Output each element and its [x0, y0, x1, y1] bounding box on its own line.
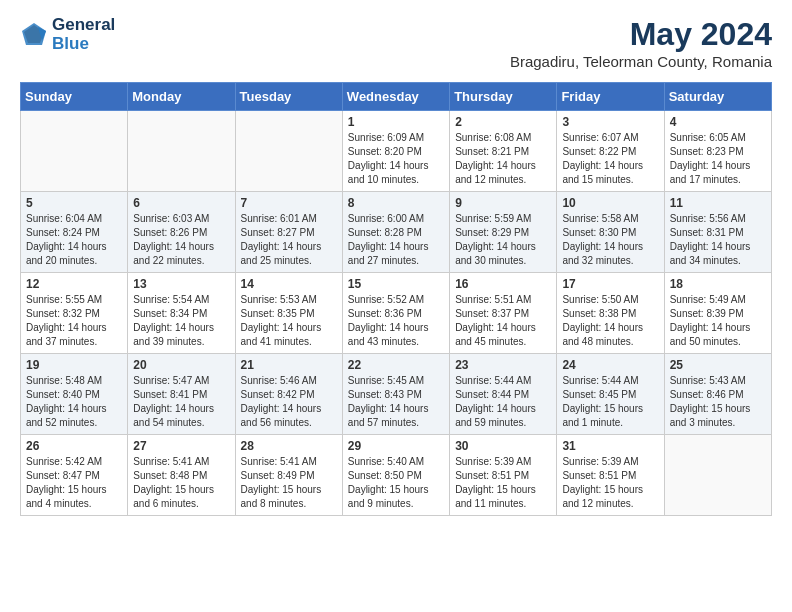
day-number: 1 — [348, 115, 444, 129]
calendar-cell: 31Sunrise: 5:39 AMSunset: 8:51 PMDayligh… — [557, 435, 664, 516]
day-number: 5 — [26, 196, 122, 210]
calendar-header-sunday: Sunday — [21, 83, 128, 111]
calendar-cell: 4Sunrise: 6:05 AMSunset: 8:23 PMDaylight… — [664, 111, 771, 192]
calendar-cell: 19Sunrise: 5:48 AMSunset: 8:40 PMDayligh… — [21, 354, 128, 435]
logo: General Blue — [20, 16, 115, 53]
day-info: Sunrise: 5:44 AMSunset: 8:44 PMDaylight:… — [455, 374, 551, 430]
calendar-cell: 18Sunrise: 5:49 AMSunset: 8:39 PMDayligh… — [664, 273, 771, 354]
calendar-table: SundayMondayTuesdayWednesdayThursdayFrid… — [20, 82, 772, 516]
calendar-cell: 26Sunrise: 5:42 AMSunset: 8:47 PMDayligh… — [21, 435, 128, 516]
day-number: 12 — [26, 277, 122, 291]
day-info: Sunrise: 5:58 AMSunset: 8:30 PMDaylight:… — [562, 212, 658, 268]
calendar-cell: 9Sunrise: 5:59 AMSunset: 8:29 PMDaylight… — [450, 192, 557, 273]
calendar-cell: 23Sunrise: 5:44 AMSunset: 8:44 PMDayligh… — [450, 354, 557, 435]
calendar-cell — [235, 111, 342, 192]
day-info: Sunrise: 6:04 AMSunset: 8:24 PMDaylight:… — [26, 212, 122, 268]
calendar-cell: 16Sunrise: 5:51 AMSunset: 8:37 PMDayligh… — [450, 273, 557, 354]
day-info: Sunrise: 6:07 AMSunset: 8:22 PMDaylight:… — [562, 131, 658, 187]
day-info: Sunrise: 5:52 AMSunset: 8:36 PMDaylight:… — [348, 293, 444, 349]
calendar-cell: 2Sunrise: 6:08 AMSunset: 8:21 PMDaylight… — [450, 111, 557, 192]
calendar-cell: 12Sunrise: 5:55 AMSunset: 8:32 PMDayligh… — [21, 273, 128, 354]
calendar-week-row: 5Sunrise: 6:04 AMSunset: 8:24 PMDaylight… — [21, 192, 772, 273]
calendar-cell: 3Sunrise: 6:07 AMSunset: 8:22 PMDaylight… — [557, 111, 664, 192]
day-info: Sunrise: 5:45 AMSunset: 8:43 PMDaylight:… — [348, 374, 444, 430]
calendar-cell: 20Sunrise: 5:47 AMSunset: 8:41 PMDayligh… — [128, 354, 235, 435]
title-section: May 2024 Bragadiru, Teleorman County, Ro… — [510, 16, 772, 70]
calendar-cell: 13Sunrise: 5:54 AMSunset: 8:34 PMDayligh… — [128, 273, 235, 354]
day-number: 30 — [455, 439, 551, 453]
page-header: General Blue May 2024 Bragadiru, Teleorm… — [20, 16, 772, 70]
day-number: 21 — [241, 358, 337, 372]
day-number: 10 — [562, 196, 658, 210]
calendar-cell — [664, 435, 771, 516]
calendar-cell: 17Sunrise: 5:50 AMSunset: 8:38 PMDayligh… — [557, 273, 664, 354]
day-info: Sunrise: 5:41 AMSunset: 8:49 PMDaylight:… — [241, 455, 337, 511]
calendar-cell: 24Sunrise: 5:44 AMSunset: 8:45 PMDayligh… — [557, 354, 664, 435]
day-number: 16 — [455, 277, 551, 291]
calendar-cell: 7Sunrise: 6:01 AMSunset: 8:27 PMDaylight… — [235, 192, 342, 273]
day-number: 31 — [562, 439, 658, 453]
day-number: 26 — [26, 439, 122, 453]
day-number: 11 — [670, 196, 766, 210]
calendar-cell: 30Sunrise: 5:39 AMSunset: 8:51 PMDayligh… — [450, 435, 557, 516]
calendar-cell: 29Sunrise: 5:40 AMSunset: 8:50 PMDayligh… — [342, 435, 449, 516]
day-number: 25 — [670, 358, 766, 372]
day-info: Sunrise: 6:08 AMSunset: 8:21 PMDaylight:… — [455, 131, 551, 187]
logo-icon — [20, 21, 48, 49]
day-number: 17 — [562, 277, 658, 291]
day-number: 7 — [241, 196, 337, 210]
logo-blue: Blue — [52, 35, 115, 54]
day-info: Sunrise: 6:05 AMSunset: 8:23 PMDaylight:… — [670, 131, 766, 187]
day-number: 6 — [133, 196, 229, 210]
day-number: 22 — [348, 358, 444, 372]
day-info: Sunrise: 5:55 AMSunset: 8:32 PMDaylight:… — [26, 293, 122, 349]
calendar-header-monday: Monday — [128, 83, 235, 111]
day-number: 8 — [348, 196, 444, 210]
day-info: Sunrise: 5:44 AMSunset: 8:45 PMDaylight:… — [562, 374, 658, 430]
day-info: Sunrise: 5:41 AMSunset: 8:48 PMDaylight:… — [133, 455, 229, 511]
calendar-header-thursday: Thursday — [450, 83, 557, 111]
day-info: Sunrise: 6:00 AMSunset: 8:28 PMDaylight:… — [348, 212, 444, 268]
calendar-cell: 6Sunrise: 6:03 AMSunset: 8:26 PMDaylight… — [128, 192, 235, 273]
day-info: Sunrise: 6:01 AMSunset: 8:27 PMDaylight:… — [241, 212, 337, 268]
calendar-cell: 21Sunrise: 5:46 AMSunset: 8:42 PMDayligh… — [235, 354, 342, 435]
day-info: Sunrise: 5:50 AMSunset: 8:38 PMDaylight:… — [562, 293, 658, 349]
day-info: Sunrise: 5:54 AMSunset: 8:34 PMDaylight:… — [133, 293, 229, 349]
day-number: 3 — [562, 115, 658, 129]
calendar-week-row: 12Sunrise: 5:55 AMSunset: 8:32 PMDayligh… — [21, 273, 772, 354]
day-info: Sunrise: 5:43 AMSunset: 8:46 PMDaylight:… — [670, 374, 766, 430]
logo-general: General — [52, 16, 115, 35]
calendar-header-tuesday: Tuesday — [235, 83, 342, 111]
day-number: 15 — [348, 277, 444, 291]
calendar-cell: 15Sunrise: 5:52 AMSunset: 8:36 PMDayligh… — [342, 273, 449, 354]
calendar-cell — [21, 111, 128, 192]
day-number: 19 — [26, 358, 122, 372]
day-number: 2 — [455, 115, 551, 129]
day-info: Sunrise: 6:09 AMSunset: 8:20 PMDaylight:… — [348, 131, 444, 187]
calendar-cell: 27Sunrise: 5:41 AMSunset: 8:48 PMDayligh… — [128, 435, 235, 516]
day-info: Sunrise: 5:53 AMSunset: 8:35 PMDaylight:… — [241, 293, 337, 349]
day-number: 13 — [133, 277, 229, 291]
day-number: 4 — [670, 115, 766, 129]
day-info: Sunrise: 5:48 AMSunset: 8:40 PMDaylight:… — [26, 374, 122, 430]
day-number: 18 — [670, 277, 766, 291]
calendar-cell: 1Sunrise: 6:09 AMSunset: 8:20 PMDaylight… — [342, 111, 449, 192]
day-info: Sunrise: 5:56 AMSunset: 8:31 PMDaylight:… — [670, 212, 766, 268]
day-number: 14 — [241, 277, 337, 291]
day-info: Sunrise: 5:49 AMSunset: 8:39 PMDaylight:… — [670, 293, 766, 349]
calendar-cell: 25Sunrise: 5:43 AMSunset: 8:46 PMDayligh… — [664, 354, 771, 435]
day-info: Sunrise: 5:51 AMSunset: 8:37 PMDaylight:… — [455, 293, 551, 349]
calendar-header-wednesday: Wednesday — [342, 83, 449, 111]
calendar-cell: 5Sunrise: 6:04 AMSunset: 8:24 PMDaylight… — [21, 192, 128, 273]
calendar-week-row: 1Sunrise: 6:09 AMSunset: 8:20 PMDaylight… — [21, 111, 772, 192]
calendar-cell: 28Sunrise: 5:41 AMSunset: 8:49 PMDayligh… — [235, 435, 342, 516]
day-info: Sunrise: 5:42 AMSunset: 8:47 PMDaylight:… — [26, 455, 122, 511]
calendar-header-saturday: Saturday — [664, 83, 771, 111]
day-info: Sunrise: 5:39 AMSunset: 8:51 PMDaylight:… — [562, 455, 658, 511]
calendar-cell: 14Sunrise: 5:53 AMSunset: 8:35 PMDayligh… — [235, 273, 342, 354]
day-info: Sunrise: 5:39 AMSunset: 8:51 PMDaylight:… — [455, 455, 551, 511]
calendar-cell: 10Sunrise: 5:58 AMSunset: 8:30 PMDayligh… — [557, 192, 664, 273]
day-number: 29 — [348, 439, 444, 453]
day-number: 24 — [562, 358, 658, 372]
month-title: May 2024 — [510, 16, 772, 53]
